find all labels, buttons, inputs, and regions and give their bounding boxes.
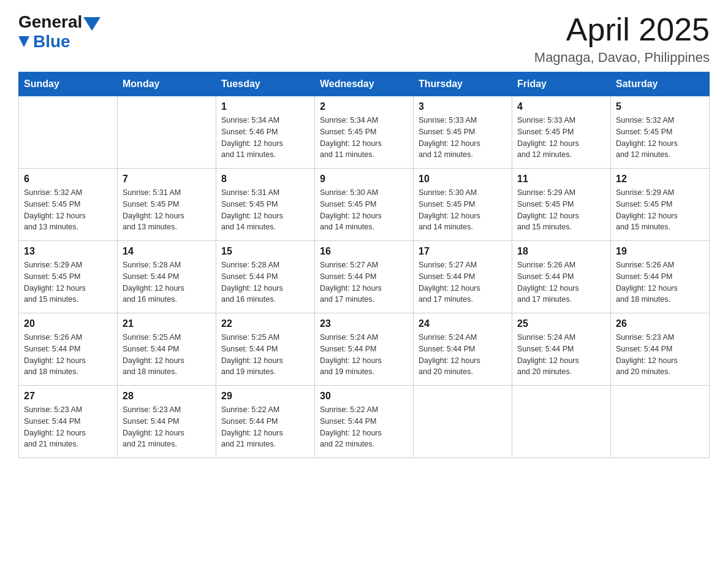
weekday-header-monday: Monday [118, 72, 216, 96]
day-info: Sunrise: 5:30 AMSunset: 5:45 PMDaylight:… [419, 187, 507, 233]
day-info: Sunrise: 5:30 AMSunset: 5:45 PMDaylight:… [320, 187, 408, 233]
day-number: 9 [320, 174, 408, 185]
day-number: 29 [221, 391, 309, 402]
day-info: Sunrise: 5:31 AMSunset: 5:45 PMDaylight:… [221, 187, 309, 233]
day-info: Sunrise: 5:29 AMSunset: 5:45 PMDaylight:… [517, 187, 605, 233]
day-info: Sunrise: 5:34 AMSunset: 5:45 PMDaylight:… [320, 115, 408, 161]
day-number: 11 [517, 174, 605, 185]
calendar-cell: 27Sunrise: 5:23 AMSunset: 5:44 PMDayligh… [19, 386, 118, 458]
calendar-cell [611, 386, 710, 458]
day-info: Sunrise: 5:26 AMSunset: 5:44 PMDaylight:… [616, 259, 704, 305]
calendar-cell: 4Sunrise: 5:33 AMSunset: 5:45 PMDaylight… [512, 96, 611, 169]
calendar-cell: 22Sunrise: 5:25 AMSunset: 5:44 PMDayligh… [216, 313, 315, 386]
calendar-cell: 5Sunrise: 5:32 AMSunset: 5:45 PMDaylight… [611, 96, 710, 169]
day-number: 1 [221, 101, 309, 112]
calendar-cell: 8Sunrise: 5:31 AMSunset: 5:45 PMDaylight… [216, 169, 315, 241]
day-number: 2 [320, 101, 408, 112]
day-number: 7 [123, 174, 211, 185]
calendar-week-row: 1Sunrise: 5:34 AMSunset: 5:46 PMDaylight… [19, 96, 710, 169]
day-number: 6 [24, 174, 112, 185]
day-number: 26 [616, 318, 704, 329]
calendar-cell [19, 96, 118, 169]
day-number: 27 [24, 391, 112, 402]
calendar-cell: 15Sunrise: 5:28 AMSunset: 5:44 PMDayligh… [216, 241, 315, 313]
day-number: 4 [517, 101, 605, 112]
calendar-location: Magnaga, Davao, Philippines [534, 50, 710, 66]
day-info: Sunrise: 5:26 AMSunset: 5:44 PMDaylight:… [24, 332, 112, 378]
day-info: Sunrise: 5:24 AMSunset: 5:44 PMDaylight:… [419, 332, 507, 378]
day-number: 18 [517, 246, 605, 257]
day-info: Sunrise: 5:26 AMSunset: 5:44 PMDaylight:… [517, 259, 605, 305]
day-number: 23 [320, 318, 408, 329]
calendar-table: SundayMondayTuesdayWednesdayThursdayFrid… [18, 72, 710, 458]
calendar-cell: 11Sunrise: 5:29 AMSunset: 5:45 PMDayligh… [512, 169, 611, 241]
calendar-cell: 12Sunrise: 5:29 AMSunset: 5:45 PMDayligh… [611, 169, 710, 241]
calendar-cell: 7Sunrise: 5:31 AMSunset: 5:45 PMDaylight… [118, 169, 216, 241]
day-info: Sunrise: 5:23 AMSunset: 5:44 PMDaylight:… [24, 404, 112, 450]
day-number: 14 [123, 246, 211, 257]
calendar-cell: 28Sunrise: 5:23 AMSunset: 5:44 PMDayligh… [118, 386, 216, 458]
day-info: Sunrise: 5:23 AMSunset: 5:44 PMDaylight:… [616, 332, 704, 378]
day-info: Sunrise: 5:23 AMSunset: 5:44 PMDaylight:… [123, 404, 211, 450]
day-info: Sunrise: 5:34 AMSunset: 5:46 PMDaylight:… [221, 115, 309, 161]
weekday-header-wednesday: Wednesday [315, 72, 414, 96]
calendar-cell: 17Sunrise: 5:27 AMSunset: 5:44 PMDayligh… [414, 241, 512, 313]
calendar-cell: 14Sunrise: 5:28 AMSunset: 5:44 PMDayligh… [118, 241, 216, 313]
day-info: Sunrise: 5:25 AMSunset: 5:44 PMDaylight:… [221, 332, 309, 378]
day-number: 13 [24, 246, 112, 257]
logo-general-text: General [18, 12, 82, 32]
day-number: 12 [616, 174, 704, 185]
logo-blue-text: Blue [33, 32, 70, 52]
calendar-cell [512, 386, 611, 458]
day-number: 5 [616, 101, 704, 112]
calendar-cell: 30Sunrise: 5:22 AMSunset: 5:44 PMDayligh… [315, 386, 414, 458]
calendar-cell: 2Sunrise: 5:34 AMSunset: 5:45 PMDaylight… [315, 96, 414, 169]
calendar-cell: 18Sunrise: 5:26 AMSunset: 5:44 PMDayligh… [512, 241, 611, 313]
calendar-cell: 6Sunrise: 5:32 AMSunset: 5:45 PMDaylight… [19, 169, 118, 241]
day-number: 8 [221, 174, 309, 185]
weekday-header-sunday: Sunday [19, 72, 118, 96]
day-number: 19 [616, 246, 704, 257]
day-number: 22 [221, 318, 309, 329]
weekday-header-saturday: Saturday [611, 72, 710, 96]
title-section: April 2025 Magnaga, Davao, Philippines [534, 12, 710, 66]
calendar-cell [414, 386, 512, 458]
day-number: 24 [419, 318, 507, 329]
day-number: 25 [517, 318, 605, 329]
logo-small-triangle-icon [18, 36, 29, 47]
day-info: Sunrise: 5:25 AMSunset: 5:44 PMDaylight:… [123, 332, 211, 378]
calendar-cell: 26Sunrise: 5:23 AMSunset: 5:44 PMDayligh… [611, 313, 710, 386]
calendar-cell: 13Sunrise: 5:29 AMSunset: 5:45 PMDayligh… [19, 241, 118, 313]
day-number: 21 [123, 318, 211, 329]
day-info: Sunrise: 5:22 AMSunset: 5:44 PMDaylight:… [221, 404, 309, 450]
logo-triangle-icon [83, 17, 100, 31]
calendar-cell [118, 96, 216, 169]
calendar-week-row: 20Sunrise: 5:26 AMSunset: 5:44 PMDayligh… [19, 313, 710, 386]
calendar-week-row: 27Sunrise: 5:23 AMSunset: 5:44 PMDayligh… [19, 386, 710, 458]
logo: General Blue [18, 12, 100, 52]
weekday-header-friday: Friday [512, 72, 611, 96]
calendar-week-row: 6Sunrise: 5:32 AMSunset: 5:45 PMDaylight… [19, 169, 710, 241]
weekday-header-tuesday: Tuesday [216, 72, 315, 96]
calendar-cell: 24Sunrise: 5:24 AMSunset: 5:44 PMDayligh… [414, 313, 512, 386]
day-number: 15 [221, 246, 309, 257]
day-number: 10 [419, 174, 507, 185]
day-info: Sunrise: 5:24 AMSunset: 5:44 PMDaylight:… [320, 332, 408, 378]
calendar-cell: 29Sunrise: 5:22 AMSunset: 5:44 PMDayligh… [216, 386, 315, 458]
day-info: Sunrise: 5:32 AMSunset: 5:45 PMDaylight:… [616, 115, 704, 161]
calendar-cell: 20Sunrise: 5:26 AMSunset: 5:44 PMDayligh… [19, 313, 118, 386]
calendar-cell: 1Sunrise: 5:34 AMSunset: 5:46 PMDaylight… [216, 96, 315, 169]
day-info: Sunrise: 5:28 AMSunset: 5:44 PMDaylight:… [123, 259, 211, 305]
page-header: General Blue April 2025 Magnaga, Davao, … [18, 12, 710, 66]
calendar-cell: 9Sunrise: 5:30 AMSunset: 5:45 PMDaylight… [315, 169, 414, 241]
calendar-cell: 16Sunrise: 5:27 AMSunset: 5:44 PMDayligh… [315, 241, 414, 313]
day-info: Sunrise: 5:27 AMSunset: 5:44 PMDaylight:… [320, 259, 408, 305]
calendar-cell: 25Sunrise: 5:24 AMSunset: 5:44 PMDayligh… [512, 313, 611, 386]
calendar-cell: 19Sunrise: 5:26 AMSunset: 5:44 PMDayligh… [611, 241, 710, 313]
calendar-title: April 2025 [534, 12, 710, 47]
day-info: Sunrise: 5:33 AMSunset: 5:45 PMDaylight:… [517, 115, 605, 161]
calendar-cell: 23Sunrise: 5:24 AMSunset: 5:44 PMDayligh… [315, 313, 414, 386]
day-info: Sunrise: 5:24 AMSunset: 5:44 PMDaylight:… [517, 332, 605, 378]
calendar-week-row: 13Sunrise: 5:29 AMSunset: 5:45 PMDayligh… [19, 241, 710, 313]
day-number: 17 [419, 246, 507, 257]
